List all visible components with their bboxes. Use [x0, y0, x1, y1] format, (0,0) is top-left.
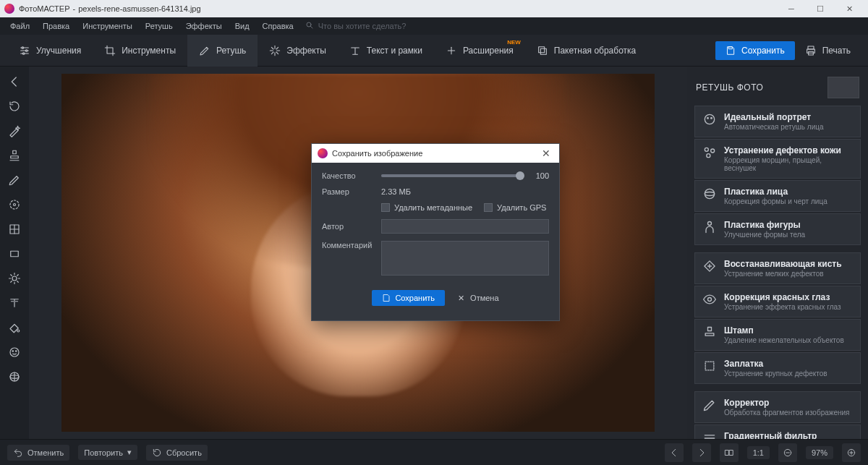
- tab-enhance[interactable]: Улучшения: [7, 35, 93, 67]
- svg-point-26: [16, 351, 17, 352]
- menu-retouch[interactable]: Ретушь: [140, 20, 179, 33]
- dialog-cancel-button[interactable]: ✕Отмена: [458, 290, 498, 306]
- svg-rect-13: [808, 46, 814, 49]
- tab-batch[interactable]: Пакетная обработка: [525, 35, 647, 67]
- svg-rect-11: [540, 48, 546, 54]
- window-titlebar: ФотоМАСТЕР - pexels-rene-asmussen-641314…: [0, 0, 868, 17]
- menu-edit[interactable]: Правка: [37, 20, 75, 33]
- person-icon: [702, 220, 717, 234]
- card-red-eye[interactable]: Коррекция красных глазУстранение эффекта…: [694, 286, 861, 317]
- tab-effects[interactable]: Эффекты: [258, 35, 338, 67]
- card-healing-brush[interactable]: Восстанавливающая кистьУстранение мелких…: [694, 252, 861, 284]
- tool-brush[interactable]: [4, 169, 25, 191]
- patch-icon: [702, 359, 717, 373]
- tool-globe[interactable]: [4, 366, 25, 388]
- card-body-plastic[interactable]: Пластика фигурыУлучшение формы тела: [694, 213, 861, 245]
- panel-thumbnail: [827, 77, 859, 98]
- dialog-titlebar: Сохранить изображение ✕: [312, 144, 559, 163]
- tool-rotate[interactable]: [4, 95, 25, 117]
- tab-extensions[interactable]: РасширенияNEW: [434, 35, 525, 67]
- redo-button[interactable]: Повторить▾: [78, 445, 137, 460]
- menubar: Файл Правка Инструменты Ретушь Эффекты В…: [0, 17, 868, 35]
- face-icon: [702, 112, 717, 127]
- quality-value: 100: [527, 171, 549, 180]
- zoom-value: 97%: [806, 446, 833, 459]
- tool-wand[interactable]: [4, 120, 25, 142]
- tool-grid[interactable]: [4, 218, 25, 240]
- print-button[interactable]: Печать: [795, 40, 861, 61]
- menu-help[interactable]: Справка: [257, 20, 299, 33]
- cells-icon: [702, 145, 717, 160]
- tool-back[interactable]: [4, 71, 25, 93]
- svg-rect-12: [729, 46, 733, 48]
- reset-button[interactable]: Сбросить: [146, 445, 208, 461]
- tool-sun[interactable]: [4, 268, 25, 289]
- save-dialog: Сохранить изображение ✕ Качество 100 Раз…: [311, 143, 560, 321]
- text-icon: [349, 45, 361, 56]
- tool-rect[interactable]: [4, 243, 25, 265]
- crop-icon: [104, 45, 116, 56]
- card-gradient-filter[interactable]: Градиентный фильтрУлучшение пейзажных фо…: [694, 425, 861, 439]
- svg-point-25: [12, 351, 14, 352]
- window-close-button[interactable]: ✕: [835, 0, 864, 17]
- svg-point-33: [705, 148, 708, 151]
- svg-point-16: [10, 200, 19, 209]
- svg-point-42: [708, 298, 712, 302]
- delete-metadata-checkbox[interactable]: Удалить метаданные: [381, 203, 472, 212]
- tool-stamp[interactable]: [4, 145, 25, 166]
- file-name: pexels-rene-asmussen-641314.jpg: [78, 4, 200, 13]
- menu-tools[interactable]: Инструменты: [77, 20, 138, 33]
- nav-prev-button[interactable]: [665, 443, 684, 462]
- card-corrector[interactable]: КорректорОбработка фрагментов изображени…: [694, 391, 861, 423]
- menu-view[interactable]: Вид: [229, 20, 255, 33]
- dialog-save-button[interactable]: Сохранить: [372, 290, 445, 306]
- eye-icon: [702, 292, 717, 307]
- svg-rect-43: [705, 362, 714, 370]
- comment-textarea[interactable]: [381, 241, 549, 276]
- menu-search-input[interactable]: Что вы хотите сделать?: [318, 22, 407, 30]
- svg-line-1: [310, 26, 312, 28]
- tab-retouch[interactable]: Ретушь: [187, 35, 258, 67]
- svg-point-32: [711, 118, 712, 119]
- card-face-plastic[interactable]: Пластика лицаКоррекция формы и черт лица: [694, 180, 861, 212]
- tab-text-frames[interactable]: Текст и рамки: [338, 35, 434, 67]
- tool-target[interactable]: [4, 194, 25, 216]
- zoom-ratio[interactable]: 1:1: [747, 446, 770, 459]
- tool-face[interactable]: [4, 341, 25, 363]
- nav-next-button[interactable]: [692, 443, 711, 462]
- undo-button[interactable]: Отменить: [7, 445, 69, 461]
- tool-text[interactable]: [4, 292, 25, 314]
- bottom-bar: Отменить Повторить▾ Сбросить 1:1 97%: [0, 439, 868, 465]
- svg-point-34: [711, 149, 715, 153]
- author-input[interactable]: [381, 219, 549, 234]
- app-icon: [4, 4, 14, 14]
- size-label: Размер: [322, 187, 374, 196]
- app-name: ФотоМАСТЕР: [19, 4, 70, 13]
- save-button[interactable]: Сохранить: [715, 41, 795, 60]
- tool-fill[interactable]: [4, 317, 25, 338]
- menu-effects[interactable]: Эффекты: [180, 20, 228, 33]
- heal-icon: [702, 259, 717, 273]
- menu-file[interactable]: Файл: [4, 20, 35, 33]
- card-ideal-portrait[interactable]: Идеальный портретАвтоматическая ретушь л…: [694, 106, 861, 137]
- svg-point-38: [708, 222, 712, 226]
- card-skin-defects[interactable]: Устранение дефектов кожиКоррекция морщин…: [694, 139, 861, 179]
- quality-slider[interactable]: [381, 174, 520, 177]
- compare-button[interactable]: [720, 443, 739, 462]
- window-minimize-button[interactable]: ─: [777, 0, 806, 17]
- dialog-close-button[interactable]: ✕: [539, 148, 553, 159]
- card-stamp[interactable]: ШтампУдаление нежелательных объектов: [694, 319, 861, 351]
- quality-label: Качество: [322, 171, 374, 180]
- brush2-icon: [702, 398, 717, 412]
- zoom-in-button[interactable]: [842, 443, 861, 462]
- sliders-icon: [19, 45, 30, 56]
- delete-gps-checkbox[interactable]: Удалить GPS: [484, 203, 546, 212]
- zoom-out-button[interactable]: [778, 443, 797, 462]
- dialog-title: Сохранить изображение: [332, 149, 422, 158]
- card-patch[interactable]: ЗаплаткаУстранение крупных дефектов: [694, 352, 861, 384]
- dialog-app-icon: [318, 148, 328, 158]
- tab-tools[interactable]: Инструменты: [93, 35, 187, 67]
- brush-icon: [199, 45, 210, 56]
- svg-point-31: [707, 118, 709, 119]
- window-maximize-button[interactable]: ☐: [806, 0, 835, 17]
